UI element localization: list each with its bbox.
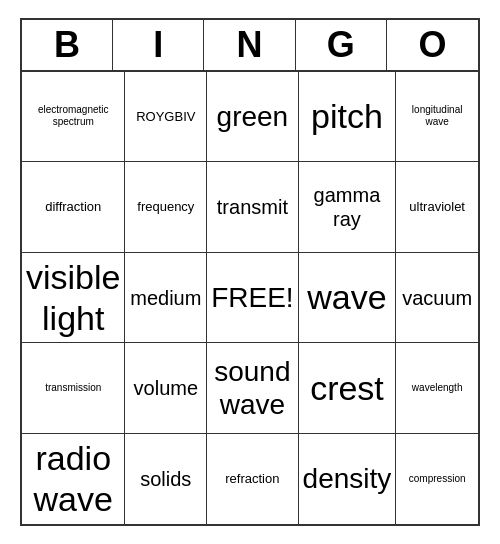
- cell-text: sound wave: [211, 355, 293, 422]
- cell-text: ROYGBIV: [136, 109, 195, 125]
- bingo-cell: vacuum: [396, 253, 478, 344]
- bingo-cell: ultraviolet: [396, 162, 478, 253]
- header-letter: G: [296, 20, 387, 70]
- bingo-cell: refraction: [207, 434, 298, 525]
- bingo-cell: green: [207, 72, 298, 163]
- cell-text: refraction: [225, 471, 279, 487]
- cell-text: transmission: [45, 382, 101, 394]
- bingo-cell: crest: [299, 343, 397, 434]
- bingo-cell: transmission: [22, 343, 125, 434]
- header-letter: B: [22, 20, 113, 70]
- bingo-cell: density: [299, 434, 397, 525]
- cell-text: ultraviolet: [409, 199, 465, 215]
- bingo-card: BINGO electromagnetic spectrumROYGBIVgre…: [20, 18, 480, 527]
- bingo-cell: volume: [125, 343, 207, 434]
- bingo-cell: transmit: [207, 162, 298, 253]
- bingo-cell: pitch: [299, 72, 397, 163]
- bingo-cell: ROYGBIV: [125, 72, 207, 163]
- cell-text: transmit: [217, 195, 288, 219]
- bingo-cell: solids: [125, 434, 207, 525]
- bingo-cell: wavelength: [396, 343, 478, 434]
- bingo-cell: visible light: [22, 253, 125, 344]
- cell-text: visible light: [26, 257, 120, 339]
- cell-text: pitch: [311, 96, 383, 137]
- cell-text: diffraction: [45, 199, 101, 215]
- cell-text: crest: [310, 368, 384, 409]
- cell-text: longitudinal wave: [400, 104, 474, 128]
- header-letter: O: [387, 20, 478, 70]
- cell-text: green: [217, 100, 289, 134]
- bingo-cell: longitudinal wave: [396, 72, 478, 163]
- bingo-cell: sound wave: [207, 343, 298, 434]
- bingo-cell: wave: [299, 253, 397, 344]
- cell-text: electromagnetic spectrum: [26, 104, 120, 128]
- bingo-cell: gamma ray: [299, 162, 397, 253]
- cell-text: compression: [409, 473, 466, 485]
- cell-text: solids: [140, 467, 191, 491]
- bingo-header: BINGO: [22, 20, 478, 72]
- cell-text: medium: [130, 286, 201, 310]
- cell-text: vacuum: [402, 286, 472, 310]
- cell-text: gamma ray: [303, 183, 392, 231]
- cell-text: radio wave: [26, 438, 120, 520]
- cell-text: wavelength: [412, 382, 463, 394]
- bingo-cell: FREE!: [207, 253, 298, 344]
- cell-text: FREE!: [211, 281, 293, 315]
- bingo-cell: frequency: [125, 162, 207, 253]
- cell-text: volume: [134, 376, 198, 400]
- bingo-cell: electromagnetic spectrum: [22, 72, 125, 163]
- cell-text: frequency: [137, 199, 194, 215]
- header-letter: I: [113, 20, 204, 70]
- header-letter: N: [204, 20, 295, 70]
- bingo-cell: medium: [125, 253, 207, 344]
- bingo-cell: compression: [396, 434, 478, 525]
- bingo-cell: diffraction: [22, 162, 125, 253]
- cell-text: wave: [307, 277, 386, 318]
- bingo-cell: radio wave: [22, 434, 125, 525]
- cell-text: density: [303, 462, 392, 496]
- bingo-grid: electromagnetic spectrumROYGBIVgreenpitc…: [22, 72, 478, 525]
